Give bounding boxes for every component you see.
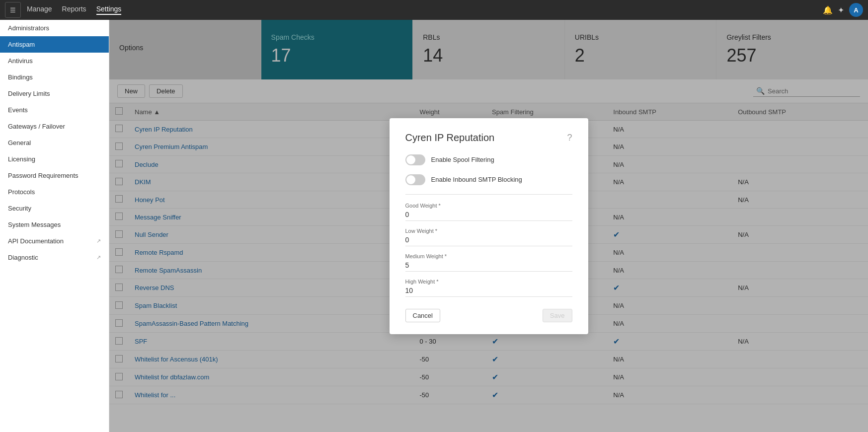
good-weight-label: Good Weight * [405, 203, 572, 209]
sidebar-item-administrators[interactable]: Administrators [0, 20, 109, 36]
low-weight-label: Low Weight * [405, 228, 572, 234]
high-weight-label: High Weight * [405, 279, 572, 285]
sidebar-item-security[interactable]: Security [0, 200, 109, 216]
medium-weight-label: Medium Weight * [405, 253, 572, 259]
good-weight-field: Good Weight * 0 [405, 203, 572, 221]
external-link-icon: ↗ [96, 254, 101, 261]
sidebar-item-general[interactable]: General [0, 135, 109, 151]
sidebar-item-licensing[interactable]: Licensing [0, 151, 109, 167]
external-link-icon: ↗ [96, 238, 101, 244]
sidebar-item-antivirus[interactable]: Antivirus [0, 53, 109, 69]
enable-inbound-smtp-label: Enable Inbound SMTP Blocking [431, 176, 522, 183]
enable-spool-filtering-toggle[interactable] [405, 154, 425, 165]
nav-settings[interactable]: Settings [96, 5, 122, 15]
sidebar-item-password-requirements[interactable]: Password Requirements [0, 167, 109, 184]
bell-icon[interactable]: 🔔 [823, 5, 833, 15]
nav-manage[interactable]: Manage [27, 5, 52, 15]
medium-weight-value[interactable]: 5 [405, 260, 572, 272]
low-weight-field: Low Weight * 0 [405, 228, 572, 246]
good-weight-value[interactable]: 0 [405, 210, 572, 221]
nav-reports[interactable]: Reports [62, 5, 86, 15]
sidebar-item-events[interactable]: Events [0, 102, 109, 118]
modal-cyren-ip-reputation: Cyren IP Reputation ? Enable Spool Filte… [390, 118, 588, 334]
enable-spool-filtering-label: Enable Spool Filtering [431, 156, 494, 163]
sidebar-item-delivery-limits[interactable]: Delivery Limits [0, 85, 109, 102]
medium-weight-field: Medium Weight * 5 [405, 253, 572, 272]
low-weight-value[interactable]: 0 [405, 235, 572, 246]
sidebar-item-api-documentation[interactable]: API Documentation ↗ [0, 233, 109, 249]
sidebar-item-system-messages[interactable]: System Messages [0, 216, 109, 233]
high-weight-value[interactable]: 10 [405, 286, 572, 297]
modal-title: Cyren IP Reputation [405, 132, 495, 144]
help-icon[interactable]: ? [567, 133, 572, 143]
sidebar-item-gateways-failover[interactable]: Gateways / Failover [0, 118, 109, 135]
high-weight-field: High Weight * 10 [405, 279, 572, 297]
sidebar: Administrators Antispam Antivirus Bindin… [0, 20, 109, 432]
modal-overlay: Cyren IP Reputation ? Enable Spool Filte… [109, 20, 868, 432]
enable-inbound-smtp-row: Enable Inbound SMTP Blocking [405, 174, 572, 185]
sidebar-item-protocols[interactable]: Protocols [0, 184, 109, 200]
save-button[interactable]: Save [543, 309, 572, 322]
enable-spool-filtering-row: Enable Spool Filtering [405, 154, 572, 165]
star-icon[interactable]: ✦ [838, 5, 844, 15]
modal-footer: Cancel Save [405, 309, 572, 322]
menu-icon[interactable]: ☰ [5, 2, 21, 18]
sidebar-item-bindings[interactable]: Bindings [0, 69, 109, 85]
enable-inbound-smtp-toggle[interactable] [405, 174, 425, 185]
main-content: Options Spam Checks 17 RBLs 14 URIBLs 2 … [109, 20, 868, 432]
sidebar-item-diagnostic[interactable]: Diagnostic ↗ [0, 249, 109, 266]
top-nav: ☰ Manage Reports Settings 🔔 ✦ A [0, 0, 868, 20]
sidebar-item-antispam[interactable]: Antispam [0, 36, 109, 53]
avatar[interactable]: A [849, 3, 863, 17]
cancel-button[interactable]: Cancel [405, 309, 440, 322]
